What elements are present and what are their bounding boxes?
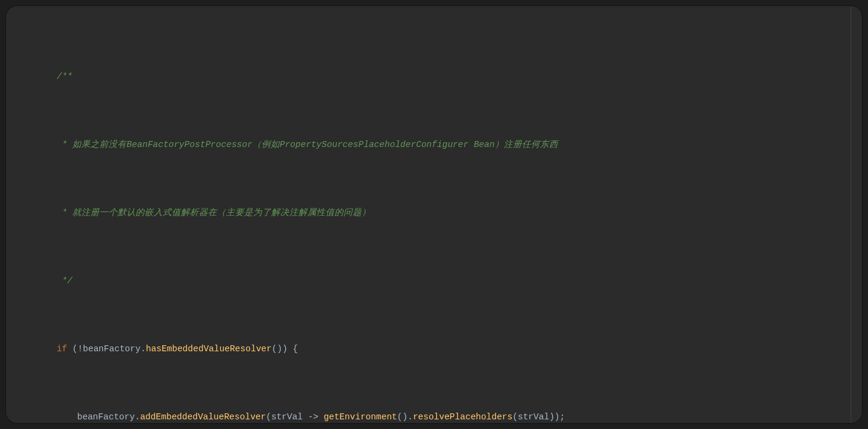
code-line: /** xyxy=(36,68,844,85)
doc-comment: * 如果之前没有BeanFactoryPostProcessor（例如Prope… xyxy=(57,140,558,149)
doc-comment: * 就注册一个默认的嵌入式值解析器在（主要是为了解决注解属性值的问题） xyxy=(57,208,371,218)
code-editor[interactable]: /** * 如果之前没有BeanFactoryPostProcessor（例如P… xyxy=(6,6,862,423)
code-line: * 就注册一个默认的嵌入式值解析器在（主要是为了解决注解属性值的问题） xyxy=(36,204,844,221)
code-area[interactable]: /** * 如果之前没有BeanFactoryPostProcessor（例如P… xyxy=(6,17,862,423)
code-line: beanFactory.addEmbeddedValueResolver(str… xyxy=(36,409,844,423)
code-line: */ xyxy=(36,272,844,289)
code-line: * 如果之前没有BeanFactoryPostProcessor（例如Prope… xyxy=(36,136,844,153)
doc-comment: /** xyxy=(57,72,72,81)
code-line: if (!beanFactory.hasEmbeddedValueResolve… xyxy=(36,340,844,357)
doc-comment: */ xyxy=(57,276,72,286)
keyword-if: if xyxy=(57,344,67,354)
